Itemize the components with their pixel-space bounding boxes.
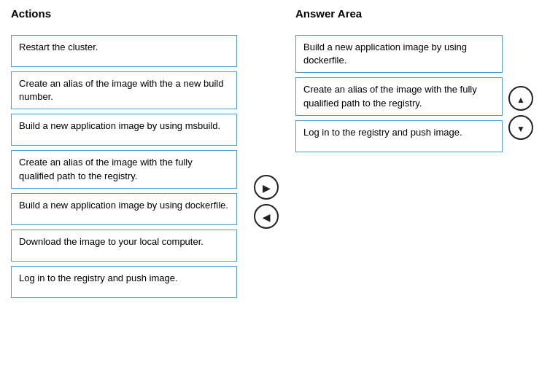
- actions-list-item[interactable]: Build a new application image by using d…: [11, 193, 237, 225]
- actions-header: Actions: [11, 7, 237, 28]
- answer-list-item[interactable]: Log in to the registry and push image.: [295, 120, 503, 152]
- actions-list-item[interactable]: Build a new application image by using m…: [11, 114, 237, 146]
- actions-list-item[interactable]: Log in to the registry and push image.: [11, 266, 237, 298]
- actions-items: Restart the cluster.Create an alias of t…: [11, 35, 237, 298]
- actions-column: Actions Restart the cluster.Create an al…: [11, 7, 237, 298]
- middle-controls: [237, 7, 295, 229]
- answer-column: Answer Area Build a new application imag…: [295, 7, 539, 152]
- right-controls: [503, 35, 539, 140]
- answer-list-item[interactable]: Create an alias of the image with the fu…: [295, 77, 503, 115]
- move-up-button[interactable]: [508, 86, 533, 111]
- arrow-down-icon: [516, 122, 525, 134]
- actions-list-item[interactable]: Download the image to your local compute…: [11, 230, 237, 262]
- answer-items: Build a new application image by using d…: [295, 35, 503, 152]
- move-down-button[interactable]: [508, 115, 533, 140]
- actions-list-item[interactable]: Restart the cluster.: [11, 35, 237, 67]
- move-left-button[interactable]: [254, 204, 279, 229]
- arrow-up-icon: [516, 93, 525, 105]
- arrow-right-icon: [263, 181, 270, 194]
- arrow-left-icon: [263, 211, 270, 223]
- answer-area-header: Answer Area: [295, 7, 539, 28]
- main-layout: Actions Restart the cluster.Create an al…: [11, 7, 539, 298]
- actions-list-item[interactable]: Create an alias of the image with the fu…: [11, 150, 237, 188]
- move-right-button[interactable]: [254, 175, 279, 200]
- answer-col-inner: Build a new application image by using d…: [295, 35, 539, 152]
- actions-list-item[interactable]: Create an alias of the image with the a …: [11, 71, 237, 109]
- answer-list-item[interactable]: Build a new application image by using d…: [295, 35, 503, 73]
